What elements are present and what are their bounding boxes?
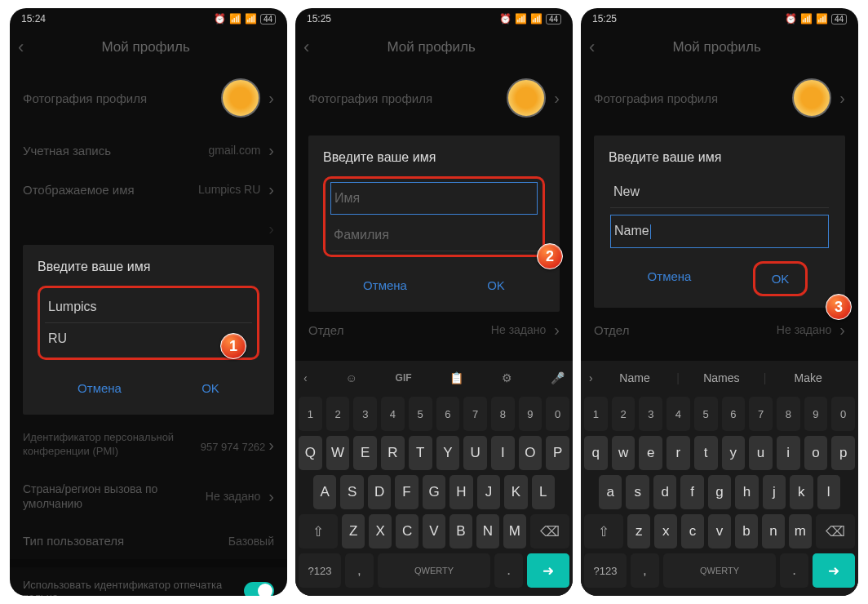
key-j[interactable]: j <box>763 475 786 509</box>
key-E[interactable]: E <box>353 436 377 470</box>
keyboard[interactable]: ‹ ☺ GIF 📋 ⚙ 🎤 1234567890 QWERTYUIOP ASDF… <box>295 361 573 596</box>
key-z[interactable]: z <box>627 514 650 548</box>
keyboard[interactable]: › Name | Names | Make 1234567890 qwertyu… <box>581 361 858 596</box>
first-name-input[interactable]: New <box>610 176 829 208</box>
key-v[interactable]: v <box>708 514 731 548</box>
key-9[interactable]: 9 <box>804 397 828 431</box>
key-2[interactable]: 2 <box>326 397 350 431</box>
shift-key[interactable]: ⇧ <box>299 514 338 548</box>
key-p[interactable]: p <box>831 436 855 470</box>
key-6[interactable]: 6 <box>722 397 746 431</box>
ok-button[interactable]: OK <box>753 261 808 296</box>
key-8[interactable]: 8 <box>491 397 515 431</box>
row-dept[interactable]: Отдел Не задано› <box>295 310 573 349</box>
key-6[interactable]: 6 <box>436 397 460 431</box>
ok-button[interactable]: OK <box>185 373 236 403</box>
key-P[interactable]: P <box>546 436 569 470</box>
key-W[interactable]: W <box>326 436 350 470</box>
settings-icon[interactable]: ⚙ <box>502 371 512 384</box>
back-icon[interactable]: ‹ <box>18 37 24 58</box>
backspace-key[interactable]: ⌫ <box>530 514 569 548</box>
key-U[interactable]: U <box>463 436 487 470</box>
period-key[interactable]: . <box>780 553 808 588</box>
backspace-key[interactable]: ⌫ <box>816 514 855 548</box>
key-l[interactable]: l <box>817 475 840 509</box>
key-4[interactable]: 4 <box>666 397 690 431</box>
row-profile-photo[interactable]: Фотография профиля › <box>295 65 573 131</box>
collapse-icon[interactable]: ‹ <box>303 371 308 384</box>
key-M[interactable]: M <box>503 514 526 548</box>
enter-key[interactable]: ➜ <box>813 553 855 588</box>
key-7[interactable]: 7 <box>749 397 773 431</box>
key-9[interactable]: 9 <box>519 397 542 431</box>
key-3[interactable]: 3 <box>353 397 377 431</box>
space-key[interactable]: QWERTY <box>663 553 777 588</box>
first-name-input[interactable] <box>45 291 252 323</box>
key-s[interactable]: s <box>626 475 649 509</box>
key-N[interactable]: N <box>476 514 499 548</box>
key-Z[interactable]: Z <box>342 514 365 548</box>
key-c[interactable]: c <box>681 514 704 548</box>
key-w[interactable]: w <box>612 436 636 470</box>
suggestion-2[interactable]: Names <box>680 371 764 384</box>
key-A[interactable]: A <box>313 475 336 509</box>
last-name-input[interactable]: Фамилия <box>330 220 538 251</box>
suggestion-bar[interactable]: ‹ ☺ GIF 📋 ⚙ 🎤 <box>299 364 569 392</box>
shift-key[interactable]: ⇧ <box>584 514 623 548</box>
key-g[interactable]: g <box>708 475 731 509</box>
key-J[interactable]: J <box>477 475 500 509</box>
cancel-button[interactable]: Отмена <box>631 261 708 296</box>
key-S[interactable]: S <box>340 475 363 509</box>
suggestion-bar[interactable]: › Name | Names | Make <box>584 364 855 392</box>
row-account[interactable]: Учетная запись gmail.com› <box>10 131 287 170</box>
key-4[interactable]: 4 <box>381 397 405 431</box>
key-0[interactable]: 0 <box>831 397 855 431</box>
key-7[interactable]: 7 <box>463 397 487 431</box>
key-e[interactable]: e <box>639 436 662 470</box>
cancel-button[interactable]: Отмена <box>347 270 423 300</box>
enter-key[interactable]: ➜ <box>527 553 569 588</box>
key-C[interactable]: C <box>396 514 418 548</box>
suggestion-3[interactable]: Make <box>766 371 850 384</box>
key-5[interactable]: 5 <box>694 397 718 431</box>
key-K[interactable]: K <box>504 475 527 509</box>
ok-button[interactable]: OK <box>471 270 521 300</box>
key-O[interactable]: O <box>519 436 542 470</box>
key-h[interactable]: h <box>735 475 758 509</box>
key-5[interactable]: 5 <box>409 397 432 431</box>
comma-key[interactable]: , <box>345 553 374 588</box>
row-dept[interactable]: Отдел Не задано› <box>581 310 858 349</box>
key-2[interactable]: 2 <box>612 397 636 431</box>
key-I[interactable]: I <box>491 436 515 470</box>
key-a[interactable]: a <box>599 475 622 509</box>
key-u[interactable]: u <box>749 436 773 470</box>
key-H[interactable]: H <box>450 475 472 509</box>
key-n[interactable]: n <box>762 514 785 548</box>
key-1[interactable]: 1 <box>584 397 608 431</box>
suggestion-1[interactable]: Name <box>593 371 677 384</box>
key-m[interactable]: m <box>789 514 812 548</box>
key-f[interactable]: f <box>680 475 703 509</box>
back-icon[interactable]: ‹ <box>303 37 309 58</box>
key-d[interactable]: d <box>653 475 676 509</box>
row-display-name[interactable]: Отображаемое имя Lumpics RU› <box>10 170 287 209</box>
key-x[interactable]: x <box>654 514 677 548</box>
key-q[interactable]: q <box>584 436 608 470</box>
key-D[interactable]: D <box>368 475 391 509</box>
back-icon[interactable]: ‹ <box>589 37 595 58</box>
period-key[interactable]: . <box>494 553 523 588</box>
symbols-key[interactable]: ?123 <box>299 553 341 588</box>
key-F[interactable]: F <box>395 475 418 509</box>
key-i[interactable]: i <box>777 436 800 470</box>
key-V[interactable]: V <box>423 514 445 548</box>
key-8[interactable]: 8 <box>777 397 800 431</box>
last-name-input[interactable]: Name <box>610 215 829 248</box>
sticker-icon[interactable]: ☺ <box>345 371 356 384</box>
key-Y[interactable]: Y <box>436 436 460 470</box>
mic-icon[interactable]: 🎤 <box>551 371 565 384</box>
clipboard-icon[interactable]: 📋 <box>450 371 463 384</box>
key-G[interactable]: G <box>423 475 445 509</box>
row-profile-photo[interactable]: Фотография профиля › <box>10 65 287 131</box>
row-profile-photo[interactable]: Фотография профиля › <box>581 65 858 131</box>
first-name-input[interactable]: Имя <box>330 182 538 215</box>
